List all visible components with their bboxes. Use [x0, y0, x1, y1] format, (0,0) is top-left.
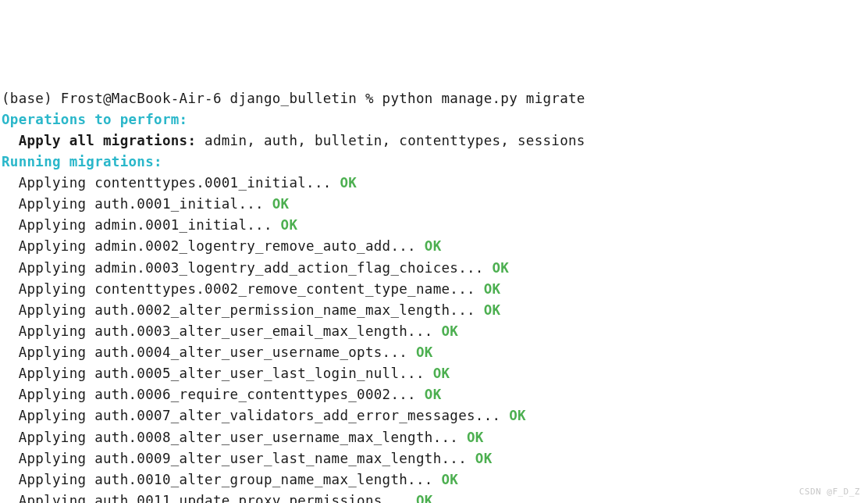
ok-status: OK [433, 472, 459, 487]
ok-status: OK [500, 408, 526, 423]
ok-status: OK [475, 281, 501, 297]
migration-line: Applying auth.0007_alter_validators_add_… [2, 408, 526, 423]
ok-status: OK [272, 217, 298, 233]
terminal-output: (base) Frost@MacBook-Air-6 django_bullet… [2, 88, 866, 504]
migration-line: Applying auth.0010_alter_group_name_max_… [2, 472, 458, 487]
ok-status: OK [407, 493, 433, 503]
ok-status: OK [458, 430, 484, 445]
ok-status: OK [484, 260, 510, 276]
migration-line: Applying admin.0002_logentry_remove_auto… [2, 238, 441, 254]
migration-line: Applying contenttypes.0002_remove_conten… [2, 281, 500, 297]
ok-status: OK [425, 366, 450, 381]
migration-line: Applying auth.0006_require_contenttypes_… [2, 387, 441, 402]
apply-all-list: admin, auth, bulletin, contenttypes, ses… [196, 133, 585, 148]
migration-line: Applying contenttypes.0001_initial... OK [2, 175, 357, 191]
migration-line: Applying auth.0002_alter_permission_name… [2, 302, 500, 318]
watermark: CSDN @F_D_Z [799, 485, 860, 498]
migration-line: Applying auth.0005_alter_user_last_login… [2, 366, 450, 381]
ok-status: OK [475, 302, 501, 318]
ok-status: OK [332, 175, 358, 191]
running-header: Running migrations: [2, 154, 162, 169]
ok-status: OK [407, 344, 433, 360]
apply-all-label: Apply all migrations: [2, 133, 196, 148]
migration-line: Applying admin.0001_initial... OK [2, 217, 297, 233]
migration-line: Applying auth.0003_alter_user_email_max_… [2, 323, 458, 339]
migration-line: Applying auth.0011_update_proxy_permissi… [2, 493, 433, 503]
ok-status: OK [416, 387, 442, 402]
migrations-list: Applying contenttypes.0001_initial... OK… [2, 173, 866, 503]
ok-status: OK [264, 196, 290, 212]
ok-status: OK [467, 451, 493, 466]
migration-line: Applying auth.0008_alter_user_username_m… [2, 430, 484, 445]
migration-line: Applying admin.0003_logentry_add_action_… [2, 260, 509, 276]
operations-header: Operations to perform: [2, 112, 187, 127]
command-prompt: (base) Frost@MacBook-Air-6 django_bullet… [2, 91, 585, 106]
migration-line: Applying auth.0009_alter_user_last_name_… [2, 451, 493, 466]
migration-line: Applying auth.0004_alter_user_username_o… [2, 344, 433, 360]
migration-line: Applying auth.0001_initial... OK [2, 196, 289, 212]
ok-status: OK [416, 238, 442, 254]
ok-status: OK [433, 323, 459, 339]
